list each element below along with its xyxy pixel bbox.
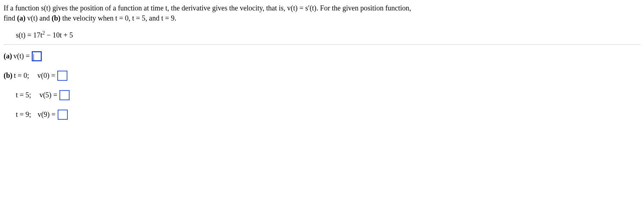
answer-input-vt[interactable] bbox=[32, 51, 42, 61]
part-a-row: (a) v(t) = bbox=[4, 51, 640, 61]
answer-input-v0[interactable] bbox=[57, 71, 67, 81]
eq-rest: − 10t + 5 bbox=[45, 31, 73, 39]
part-b-row-2: t = 5; v(5) = bbox=[4, 90, 640, 100]
label-a-inline: (a) bbox=[17, 14, 25, 22]
intro-text-5: the velocity when t = 0, t = 5, and t = … bbox=[61, 14, 177, 22]
part-b-expr-2: v(5) = bbox=[39, 91, 57, 99]
part-b-prefix-3: t = 9; bbox=[16, 110, 31, 119]
part-a-label: (a) bbox=[4, 52, 12, 60]
part-b-expr-1: v(0) = bbox=[37, 71, 55, 80]
eq-exponent: 2 bbox=[43, 30, 45, 36]
part-b-row-3: t = 9; v(9) = bbox=[4, 110, 640, 120]
text-cursor bbox=[34, 54, 34, 61]
given-equation: s(t) = 17t2 − 10t + 5 bbox=[4, 30, 640, 39]
part-b-label: (b) bbox=[4, 71, 12, 80]
intro-text-1: If a function s(t) gives the position of… bbox=[4, 4, 308, 12]
part-b-expr-3: v(9) = bbox=[37, 110, 55, 119]
intro-text-2: (t). For the given position function, bbox=[310, 4, 411, 12]
part-b-prefix-1: t = 0; bbox=[14, 71, 29, 80]
part-a-expr: v(t) = bbox=[13, 52, 30, 60]
section-divider bbox=[4, 44, 640, 45]
part-b-row-1: (b) t = 0; v(0) = bbox=[4, 71, 640, 81]
intro-text-3: find bbox=[4, 14, 17, 22]
intro-text-4: v(t) and bbox=[26, 14, 52, 22]
problem-statement: If a function s(t) gives the position of… bbox=[4, 3, 640, 23]
eq-lhs: s(t) = 17t bbox=[16, 31, 43, 39]
answer-input-v5[interactable] bbox=[59, 90, 70, 100]
answer-input-v9[interactable] bbox=[58, 110, 68, 120]
part-b-prefix-2: t = 5; bbox=[16, 91, 31, 99]
label-b-inline: (b) bbox=[52, 14, 60, 22]
